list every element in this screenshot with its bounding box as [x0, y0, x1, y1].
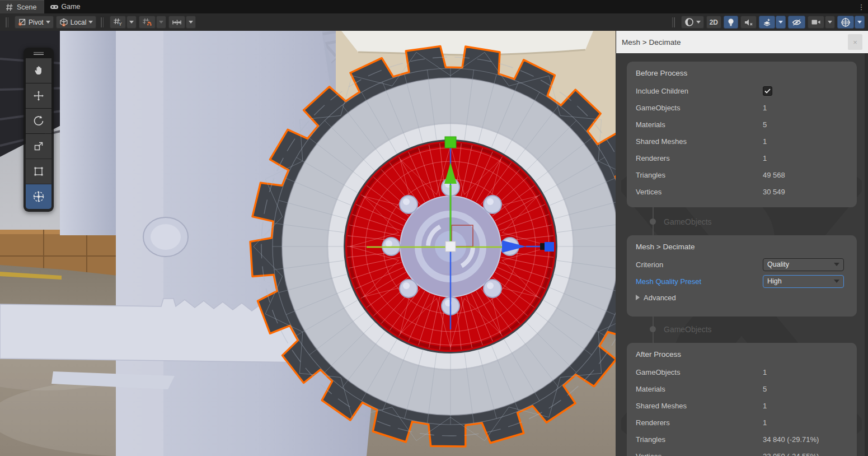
shaded-sphere-icon	[684, 17, 694, 27]
stat-value: 34 840 (-29.71%)	[763, 435, 819, 444]
snap-to-grid-caret-button[interactable]	[156, 16, 166, 29]
toolbar-drag-handle3[interactable]	[672, 17, 677, 27]
stat-value: 5	[763, 120, 767, 129]
stat-label: Vertices	[636, 452, 763, 456]
local-cube-icon	[59, 18, 68, 26]
gizmo-sphere-icon	[841, 17, 851, 27]
audio-mute-button[interactable]	[740, 16, 757, 29]
scale-tool-button[interactable]	[26, 134, 51, 159]
snap-increment-caret-button[interactable]	[186, 16, 196, 29]
criterion-dropdown[interactable]: Quality	[763, 258, 844, 271]
toolbar-drag-handle2[interactable]	[101, 17, 105, 27]
scene-visibility-button[interactable]	[788, 16, 805, 29]
stat-row: Vertices23 050 (-24.55%)	[636, 448, 848, 456]
stat-row: Shared Meshes1	[636, 133, 848, 150]
stat-value: 1	[763, 368, 767, 376]
stat-label: Triangles	[636, 435, 763, 444]
scene-grid-icon	[6, 3, 13, 11]
effects-caret-button[interactable]	[776, 16, 786, 29]
lighting-toggle-button[interactable]	[724, 16, 738, 29]
stat-row: GameObjects1	[636, 364, 848, 380]
toolbar-drag-handle[interactable]	[6, 17, 10, 27]
include-children-label: Include Children	[636, 87, 763, 95]
tab-scene[interactable]: Scene	[0, 0, 44, 13]
scene-render	[0, 31, 616, 456]
preset-dropdown[interactable]: High	[763, 275, 844, 288]
scene-toolbar: Pivot Local Y	[0, 13, 868, 31]
rotate-tool-button[interactable]	[26, 109, 51, 133]
camera-settings-button[interactable]	[808, 16, 824, 29]
2d-toggle-button[interactable]: 2D	[706, 16, 721, 29]
audio-muted-icon	[744, 18, 753, 26]
rect-tool-button[interactable]	[26, 159, 51, 184]
gizmos-caret-button[interactable]	[855, 16, 865, 29]
gizmo-blue-scale-handle[interactable]	[545, 242, 554, 252]
rotate-icon	[32, 114, 45, 128]
advanced-foldout[interactable]: Advanced	[636, 290, 848, 305]
panel-header: Mesh > Decimate ×	[616, 31, 868, 53]
grid-axis-caret-button[interactable]	[126, 16, 137, 29]
gizmo-center-handle[interactable]	[445, 241, 456, 252]
overflow-menu-icon[interactable]: ⋮	[855, 0, 868, 13]
pivot-icon	[18, 18, 26, 26]
preset-value: High	[767, 277, 782, 285]
stat-label: Shared Meshes	[636, 137, 763, 146]
foldout-arrow-icon	[636, 295, 640, 300]
forklift-mast	[60, 31, 116, 235]
stat-value: 49 568	[763, 171, 785, 179]
decimate-panel: Mesh > Decimate × GameObjects GameObject…	[616, 31, 868, 456]
eye-hidden-icon	[791, 18, 802, 26]
criterion-value: Quality	[767, 260, 789, 268]
preset-label[interactable]: Mesh Quality Preset	[636, 277, 763, 286]
gizmo-green-scale-handle[interactable]	[445, 137, 456, 148]
toolbar-left-group: Pivot Local Y	[3, 16, 196, 29]
stat-value: 1	[763, 104, 767, 112]
include-children-checkbox[interactable]	[763, 86, 772, 96]
grid-y-icon: Y	[113, 18, 123, 26]
rect-icon	[32, 165, 45, 178]
panel-close-button[interactable]: ×	[848, 34, 862, 50]
panel-body: GameObjects GameObjects Before Process I…	[616, 53, 868, 456]
effects-toggle-button[interactable]	[759, 16, 775, 29]
stat-row: Renderers1	[636, 150, 848, 166]
pivot-mode-button[interactable]: Pivot	[15, 16, 54, 29]
unity-editor-window: Scene Game ⋮ Pivot Local	[0, 0, 868, 456]
gizmos-toggle-button[interactable]	[837, 16, 854, 29]
toolbar-right-group: 2D	[670, 16, 865, 29]
orientation-mode-button[interactable]: Local	[56, 16, 97, 29]
before-process-card: Before Process Include Children GameObje…	[627, 62, 857, 207]
shading-caret-icon	[696, 21, 701, 24]
camera-caret-button[interactable]	[825, 16, 835, 29]
dropdown-caret-icon	[834, 263, 839, 266]
scene-viewport[interactable]	[0, 31, 616, 456]
graph-node-dot2	[650, 326, 656, 332]
graph-node-dot1	[650, 218, 656, 225]
after-process-title: After Process	[636, 350, 848, 359]
tool-palette-handle[interactable]	[26, 50, 51, 57]
hand-tool-button[interactable]	[26, 58, 51, 83]
dropdown-caret-icon	[834, 280, 839, 283]
snap-increment-button[interactable]	[168, 16, 185, 29]
stat-label: Materials	[636, 385, 763, 393]
panel-scrollbar[interactable]	[865, 53, 868, 456]
tab-game[interactable]: Game	[44, 0, 88, 13]
stat-value: 23 050 (-24.55%)	[763, 452, 819, 456]
stat-row: Vertices30 549	[636, 183, 848, 200]
snap-to-grid-button[interactable]	[139, 16, 156, 29]
stat-label: Triangles	[636, 171, 763, 179]
scale-icon	[32, 139, 45, 153]
stat-row: Renderers1	[636, 414, 848, 431]
tab-game-label: Game	[61, 3, 80, 11]
hand-icon	[32, 64, 45, 77]
stat-value: 1	[763, 418, 767, 427]
grid-axis-button[interactable]: Y	[110, 16, 126, 29]
transform-tool-button[interactable]	[26, 184, 51, 209]
stat-label: GameObjects	[636, 368, 763, 376]
stat-row: Materials5	[636, 116, 848, 133]
move-tool-button[interactable]	[26, 83, 51, 108]
snap-increment-icon	[172, 18, 182, 26]
criterion-label: Criterion	[636, 260, 763, 269]
stat-row: Triangles49 568	[636, 166, 848, 183]
stat-row: GameObjects1	[636, 99, 848, 116]
shading-mode-button[interactable]	[681, 16, 704, 29]
